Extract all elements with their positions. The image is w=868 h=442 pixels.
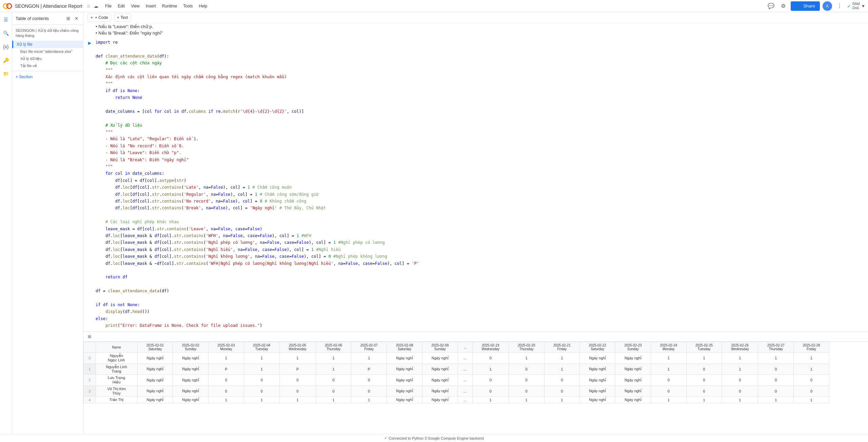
table-cell: 1 <box>651 397 686 403</box>
table-cell: Ngày nghỉ <box>580 375 615 386</box>
table-cell: 0 <box>722 375 758 386</box>
table-cell: 1 <box>209 353 244 364</box>
table-cell: Ngày nghỉ <box>137 353 173 364</box>
toc-icon[interactable]: ☰ <box>1 15 11 24</box>
table-cell: 0 <box>544 386 580 397</box>
table-cell: 1 <box>279 353 316 364</box>
table-cell: 1 <box>509 397 544 403</box>
th-0224: 2025-02-24Monday <box>651 342 686 353</box>
table-cell: 1 <box>316 364 351 375</box>
table-cell: 1 <box>651 364 686 375</box>
table-cell: Ngày nghỉ <box>387 397 422 403</box>
table-cell: 0 <box>686 364 722 375</box>
table-cell: 0 <box>209 375 244 386</box>
table-cell: Ngày nghỉ <box>615 386 651 397</box>
table-cell: … <box>458 353 472 364</box>
table-cell: 0 <box>651 375 686 386</box>
table-cell: Ngày nghỉ <box>387 353 422 364</box>
sidebar-content: SEONGON | Xử lý dữ liệu chấm công hàng t… <box>12 25 83 434</box>
th-0205: 2025-02-05Wednesday <box>279 342 316 353</box>
table-cell: P <box>279 364 316 375</box>
table-cell: Ngày nghỉ <box>580 386 615 397</box>
menu-insert[interactable]: Insert <box>143 2 159 10</box>
toc-parent-item[interactable]: SEONGON | Xử lý dữ liệu chấm công hàng t… <box>12 26 83 41</box>
table-cell: Ngày nghỉ <box>173 386 209 397</box>
bullet-item-0: • Nếu là "Leave": Điền chữ p. <box>83 23 868 30</box>
table-cell: Ngày nghỉ <box>422 386 458 397</box>
table-cell: 0 <box>351 386 387 397</box>
sidebar-title: Table of contents <box>16 16 49 21</box>
table-cell: 3 <box>84 386 96 397</box>
table-cell: 1 <box>209 397 244 403</box>
dots-menu[interactable]: ⋮ <box>835 1 844 11</box>
table-cell: 1 <box>351 397 387 403</box>
table-cell: 0 <box>686 386 722 397</box>
toc-sub-item-2[interactable]: Tải file về <box>12 62 83 69</box>
table-cell: Ngày nghỉ <box>137 386 173 397</box>
share-button[interactable]: 👤 Share <box>791 1 820 11</box>
search-icon[interactable]: 🔍 <box>1 28 11 38</box>
expand-icon[interactable]: ▼ <box>861 4 865 8</box>
th-0207: 2025-02-07Friday <box>351 342 387 353</box>
files-icon[interactable]: 📁 <box>1 69 11 79</box>
table-cell: 0 <box>794 375 829 386</box>
th-name: Name <box>96 342 137 353</box>
variables-icon[interactable]: {x} <box>1 42 11 51</box>
menu-file[interactable]: File <box>102 2 114 10</box>
sidebar-layout-icon[interactable]: ⊞ <box>65 15 72 22</box>
table-cell: Ngày nghỉ <box>173 397 209 403</box>
filter-icon[interactable]: ⊞ <box>86 333 93 340</box>
table-cell: 0 <box>244 375 279 386</box>
notebook-area[interactable]: + + Code + Text • Nếu là "Leave": Điền c… <box>83 12 868 434</box>
table-cell: Ngày nghỉ <box>615 397 651 403</box>
th-0202: 2025-02-02Sunday <box>173 342 209 353</box>
table-cell: Nguyễn LinhTrang <box>96 364 137 375</box>
table-cell: Ngày nghỉ <box>173 375 209 386</box>
table-cell: 1 <box>722 397 758 403</box>
disk-label: Disk <box>852 6 860 10</box>
table-cell: 1 <box>84 364 96 375</box>
menu-tools[interactable]: Tools <box>180 2 195 10</box>
table-cell: Ngày nghỉ <box>387 375 422 386</box>
table-cell: 0 <box>209 386 244 397</box>
table-cell: Ngày nghỉ <box>580 353 615 364</box>
bullet-item-1: • Nếu là "Break": Điền "ngày nghỉ" <box>83 30 868 36</box>
toc-sub-item-1[interactable]: Xử lý dữ liệu <box>12 55 83 62</box>
menu-help[interactable]: Help <box>196 2 210 10</box>
table-cell: 1 <box>758 353 794 364</box>
add-code-button[interactable]: + + Code <box>87 14 111 22</box>
share-user-icon: 👤 <box>795 3 801 9</box>
menu-view[interactable]: View <box>128 2 142 10</box>
status-text: Connected to Python 3 Google Compute Eng… <box>389 436 484 440</box>
table-toolbar: ⊞ <box>83 332 868 342</box>
table-cell: 1 <box>722 364 758 375</box>
comment-icon[interactable]: 💬 <box>766 1 776 11</box>
table-cell: 1 <box>544 397 580 403</box>
menu-runtime[interactable]: Runtime <box>159 2 180 10</box>
sidebar-close-icon[interactable]: ✕ <box>73 15 80 22</box>
settings-icon[interactable]: ⚙ <box>778 1 788 11</box>
table-scroll-area[interactable]: Name 2025-02-01Saturday 2025-02-02Sunday… <box>83 342 868 403</box>
user-avatar[interactable]: A <box>823 1 832 11</box>
toc-active-item[interactable]: Xử lý file <box>12 41 83 48</box>
code-editor[interactable]: import re def clean_attendance_data(df):… <box>96 36 868 332</box>
menu-edit[interactable]: Edit <box>115 2 127 10</box>
ram-label: RAM <box>852 2 860 6</box>
secrets-icon[interactable]: 🔑 <box>1 56 11 65</box>
run-button[interactable]: ▶ <box>85 39 94 47</box>
table-cell: 1 <box>244 353 279 364</box>
add-text-button[interactable]: + Text <box>114 14 131 22</box>
th-0203: 2025-02-03Monday <box>209 342 244 353</box>
left-icon-bar: ☰ 🔍 {x} 🔑 📁 <box>0 12 12 434</box>
table-cell: 0 <box>351 375 387 386</box>
table-cell: NguyễnNgọc Linh <box>96 353 137 364</box>
table-row: 0NguyễnNgọc LinhNgày nghỉNgày nghỉ11111N… <box>84 353 829 364</box>
table-cell: Ngày nghỉ <box>137 375 173 386</box>
table-cell: 4 <box>84 397 96 403</box>
th-0227: 2025-02-27Thursday <box>758 342 794 353</box>
add-section-button[interactable]: + Section <box>12 72 83 81</box>
th-0226: 2025-02-26Wednesday <box>722 342 758 353</box>
star-icon[interactable]: ☆ <box>86 3 91 9</box>
toc-sub-item-0[interactable]: Đọc file excel "attendance.xlsx" <box>12 48 83 55</box>
table-cell: P <box>209 364 244 375</box>
